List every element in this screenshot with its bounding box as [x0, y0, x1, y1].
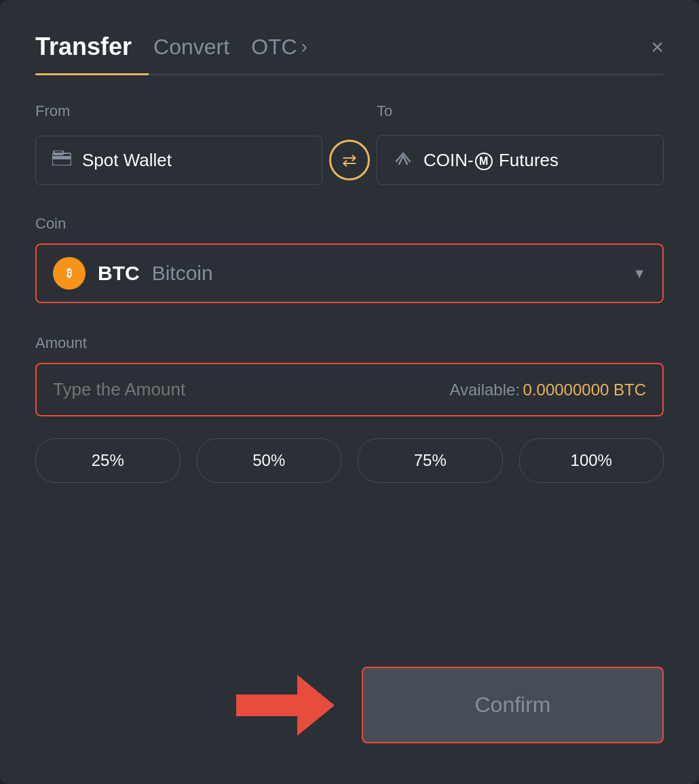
- tab-transfer[interactable]: Transfer: [35, 33, 132, 61]
- confirm-button[interactable]: Confirm: [362, 667, 664, 743]
- percent-100-button[interactable]: 100%: [519, 438, 664, 483]
- tab-convert[interactable]: Convert: [153, 35, 229, 60]
- swap-button[interactable]: ⇄: [329, 140, 370, 180]
- available-display: Available: 0.00000000 BTC: [449, 380, 646, 399]
- tab-otc[interactable]: OTC ›: [251, 35, 307, 60]
- from-wallet-box[interactable]: Spot Wallet: [35, 136, 322, 185]
- coin-full-name: Bitcoin: [152, 262, 213, 285]
- from-to-labels: From To: [35, 102, 664, 131]
- otc-chevron-icon: ›: [301, 36, 307, 58]
- modal-header: Transfer Convert OTC › ×: [35, 33, 664, 61]
- bottom-area: Confirm: [35, 667, 664, 743]
- swap-icon: ⇄: [342, 150, 357, 171]
- swap-btn-wrap: ⇄: [322, 140, 377, 180]
- amount-label: Amount: [35, 334, 664, 352]
- coin-section: Coin ₿ BTC Bitcoin ▼: [35, 215, 664, 303]
- svg-text:₿: ₿: [67, 267, 72, 279]
- btc-icon: ₿: [53, 257, 86, 290]
- percent-75-button[interactable]: 75%: [358, 438, 503, 483]
- close-button[interactable]: ×: [651, 36, 664, 58]
- from-wallet-label: Spot Wallet: [82, 150, 172, 171]
- amount-section: Amount Available: 0.00000000 BTC: [35, 334, 664, 416]
- to-wallet-box[interactable]: COIN-M Futures: [377, 135, 664, 185]
- wallet-card-icon: [52, 151, 71, 170]
- tab-underline: [35, 73, 664, 75]
- percent-50-button[interactable]: 50%: [197, 438, 342, 483]
- amount-input[interactable]: [53, 379, 449, 400]
- coin-label: Coin: [35, 215, 664, 233]
- transfer-modal: Transfer Convert OTC › × From To: [0, 0, 699, 784]
- red-arrow-icon: [236, 675, 335, 736]
- coin-dropdown[interactable]: ₿ BTC Bitcoin ▼: [35, 243, 664, 303]
- available-amount: 0.00000000 BTC: [523, 380, 646, 399]
- svg-rect-1: [52, 156, 71, 159]
- arrow-container: [35, 675, 335, 736]
- dropdown-arrow-icon: ▼: [632, 266, 646, 281]
- from-label: From: [35, 102, 322, 120]
- to-wallet-label: COIN-M Futures: [423, 150, 559, 171]
- amount-input-box: Available: 0.00000000 BTC: [35, 363, 664, 416]
- to-label: To: [377, 102, 664, 120]
- percent-row: 25% 50% 75% 100%: [35, 438, 664, 483]
- from-to-row: Spot Wallet ⇄ COIN-M Futures: [35, 135, 664, 185]
- futures-icon: [394, 149, 413, 171]
- coin-symbol: BTC: [98, 262, 140, 285]
- percent-25-button[interactable]: 25%: [35, 438, 181, 483]
- available-label: Available:: [449, 380, 520, 399]
